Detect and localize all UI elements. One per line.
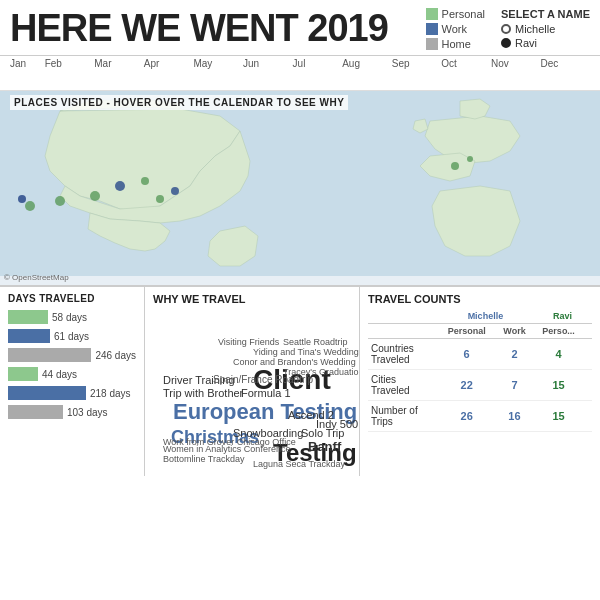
days-bar-4 [8,367,38,381]
why-panel: WHY WE TRAVEL ClientEuropean TestingChri… [145,287,360,476]
counts-col-ravi: Ravi [533,309,592,324]
word-cloud-word: Bottomline Trackday [163,454,245,464]
radio-ravi-label: Ravi [515,37,537,49]
radio-michelle-label: Michelle [515,23,555,35]
days-label-3: 246 days [95,350,136,361]
counts-panel: TRAVEL COUNTS Michelle Ravi Personal Wor… [360,287,600,476]
svg-point-1 [90,191,100,201]
month-aug: Aug [342,58,392,69]
counts-r-personal-countries: 4 [533,339,584,370]
counts-r-personal-cities: 15 [533,370,584,401]
days-label-2: 61 days [54,331,89,342]
days-row-3: 246 days [8,348,136,362]
days-label-6: 103 days [67,407,108,418]
svg-point-8 [115,181,125,191]
header: HERE WE WENT 2019 Personal Work Home SEL… [0,0,600,56]
svg-point-7 [467,156,473,162]
word-cloud-word: Formula 1 [241,387,291,399]
counts-label-trips: Number ofTrips [368,401,438,432]
word-cloud-word: Banff [308,439,341,454]
map-title: PLACES VISITED - HOVER OVER THE CALENDAR… [10,95,348,110]
days-label-1: 58 days [52,312,87,323]
days-bar-2 [8,329,50,343]
bottom-panels: DAYS TRAVELED 58 days 61 days 246 days 4… [0,286,600,476]
days-bar-6 [8,405,63,419]
days-label-5: 218 days [90,388,131,399]
legend-home: Home [426,38,485,50]
counts-m-personal-trips: 26 [438,401,496,432]
month-jun: Jun [243,58,293,69]
word-cloud-word: Indy 500 [316,418,358,430]
word-cloud-word: Work from Grover Chicago Office [163,437,296,447]
calendar-grid [10,71,590,88]
counts-m-personal-cities: 22 [438,370,496,401]
month-feb: Feb [45,58,95,69]
days-label-4: 44 days [42,369,77,380]
word-cloud-word: Yiding and Tina's Wedding [253,347,359,357]
word-cloud-word: Visiting Friends [218,337,279,347]
counts-panel-title: TRAVEL COUNTS [368,293,592,305]
osm-credit: © OpenStreetMap [4,273,69,282]
svg-point-6 [451,162,459,170]
why-panel-title: WHY WE TRAVEL [153,293,351,305]
radio-michelle-circle [501,24,511,34]
counts-row-trips: Number ofTrips 26 16 15 [368,401,592,432]
month-sep: Sep [392,58,442,69]
month-apr: Apr [144,58,194,69]
radio-michelle[interactable]: Michelle [501,23,590,35]
month-jul: Jul [293,58,343,69]
svg-point-9 [171,187,179,195]
svg-point-2 [141,177,149,185]
days-row-6: 103 days [8,405,136,419]
counts-m-work-cities: 7 [496,370,533,401]
title-section: HERE WE WENT 2019 [10,8,426,50]
counts-label-countries: CountriesTraveled [368,339,438,370]
month-jan: Jan [10,58,45,69]
calendar-row-0 [10,71,590,79]
month-labels: Jan Feb Mar Apr May Jun Jul Aug Sep Oct … [10,58,590,69]
counts-sub-r-work [584,324,592,339]
days-row-1: 58 days [8,310,136,324]
legend-work: Work [426,23,485,35]
counts-m-personal-countries: 6 [438,339,496,370]
legend-personal-box [426,8,438,20]
counts-sub-m-personal: Personal [438,324,496,339]
legend-work-label: Work [442,23,467,35]
counts-label-cities: CitiesTraveled [368,370,438,401]
word-cloud-word: Laguna Seca Trackday [253,459,345,469]
days-row-2: 61 days [8,329,136,343]
select-section: SELECT A NAME Michelle Ravi [501,8,590,51]
svg-point-4 [55,196,65,206]
counts-row-countries: CountriesTraveled 6 2 4 [368,339,592,370]
month-dec: Dec [540,58,590,69]
legend-personal-label: Personal [442,8,485,20]
word-cloud-word: Tracey's Graduation [283,367,360,377]
counts-sub-r-personal: Perso... [533,324,584,339]
svg-point-3 [156,195,164,203]
map-svg [0,91,600,276]
counts-r-work-trips [584,401,592,432]
word-cloud: ClientEuropean TestingChristmasTestingDr… [153,309,351,464]
counts-col-michelle: Michelle [438,309,534,324]
counts-sub-m-work: Work [496,324,533,339]
month-may: May [193,58,243,69]
legend: Personal Work Home [426,8,485,50]
days-row-4: 44 days [8,367,136,381]
legend-home-box [426,38,438,50]
days-bar-5 [8,386,86,400]
days-panel: DAYS TRAVELED 58 days 61 days 246 days 4… [0,287,145,476]
map-section: PLACES VISITED - HOVER OVER THE CALENDAR… [0,91,600,286]
radio-ravi[interactable]: Ravi [501,37,590,49]
word-cloud-word: Trip with Brother [163,387,243,399]
counts-row-cities: CitiesTraveled 22 7 15 [368,370,592,401]
word-cloud-word: Seattle Roadtrip [283,337,348,347]
counts-table: Michelle Ravi Personal Work Perso... Cou… [368,309,592,432]
counts-r-work-countries [584,339,592,370]
radio-ravi-circle [501,38,511,48]
word-cloud-word: Conor and Brandon's Wedding [233,357,356,367]
counts-m-work-countries: 2 [496,339,533,370]
days-row-5: 218 days [8,386,136,400]
select-title: SELECT A NAME [501,8,590,20]
legend-work-box [426,23,438,35]
days-panel-title: DAYS TRAVELED [8,293,136,304]
